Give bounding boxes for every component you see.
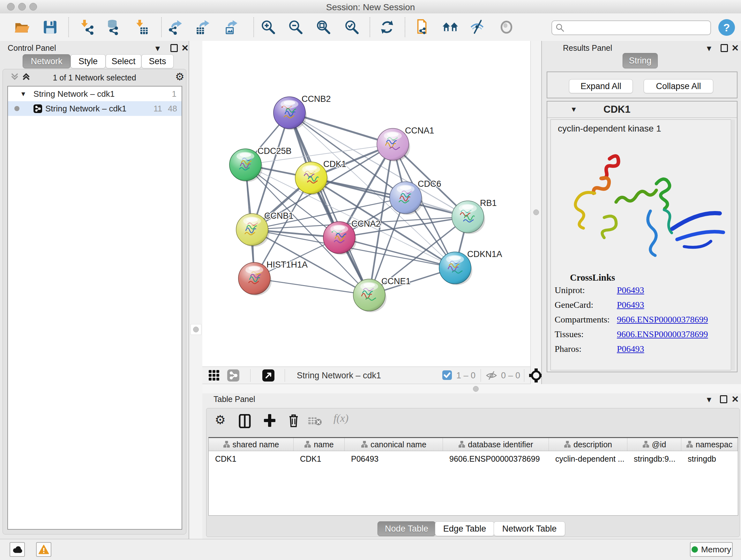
column-header-canonical-name[interactable]: canonical name [345,438,443,451]
right-splitter-handle[interactable] [533,209,539,215]
table-cell: 9606.ENSP00000378699 [443,451,549,466]
network-thumbnail-icon[interactable] [227,369,239,381]
cloud-icon[interactable] [10,542,25,557]
control-panel-close-icon[interactable]: ✕ [181,43,189,53]
string-network-icon [33,105,42,113]
export-image-icon[interactable] [222,18,240,36]
zoom-selected-icon[interactable] [343,18,360,36]
first-neighbors-icon[interactable] [442,18,460,36]
tab-network[interactable]: Network [23,54,71,68]
grid-view-icon[interactable] [208,369,220,381]
node-label: CDC6 [418,179,441,189]
column-header--id[interactable]: @id [627,438,681,451]
save-session-icon[interactable] [41,18,59,36]
zoom-out-icon[interactable] [286,18,305,36]
show-all-eye-icon[interactable] [497,18,515,36]
import-table-file-icon[interactable] [133,18,151,36]
new-network-from-selection-icon[interactable] [412,18,430,36]
gene-section-header[interactable]: ▼ CDK1 [547,102,737,118]
search-field[interactable] [551,20,711,35]
column-header-database-identifier[interactable]: database identifier [443,438,549,451]
tree-expander-icon[interactable]: ▼ [20,90,26,98]
open-in-window-icon[interactable] [262,369,274,381]
import-network-database-icon[interactable] [104,18,122,36]
tab-node-table[interactable]: Node Table [378,521,435,536]
crosslink-link[interactable]: P06493 [617,300,644,310]
tab-string[interactable]: String [623,53,658,68]
crosslink-link[interactable]: P06493 [617,285,644,295]
hidden-eye-slash-icon [486,370,497,381]
network-view-canvas[interactable]: CCNB2CCNA1CDC25BCDK1CDC6RB1CCNB1CCNA2CDK… [202,41,530,367]
zoom-fit-icon[interactable] [314,18,332,36]
table-panel-float-icon[interactable] [720,395,727,405]
birds-eye-crosshair-icon[interactable] [529,368,543,382]
tab-style[interactable]: Style [71,54,106,68]
table-gear-icon[interactable]: ⚙ [215,413,226,427]
table-panel-collapse-icon[interactable]: ▼ [705,395,713,404]
refresh-icon[interactable] [378,18,396,36]
node-label: HIST1H1A [266,260,308,269]
table-panel-close-icon[interactable]: ✕ [731,394,739,405]
node-label: CCNB2 [301,94,331,104]
hide-selected-eye-slash-icon[interactable] [469,18,487,36]
selected-checkbox-icon[interactable] [442,370,452,380]
column-header-description[interactable]: description [549,438,627,451]
network-view-footer: String Network – cdk1 1 – 0 0 – 0 [202,367,530,384]
footer-divider [285,369,285,382]
left-splitter[interactable] [189,41,202,539]
section-expander-icon[interactable]: ▼ [570,105,577,114]
string-network-graph[interactable]: CCNB2CCNA1CDC25BCDK1CDC6RB1CCNB1CCNA2CDK… [202,41,530,367]
collection-count: 1 [172,89,177,99]
table-header-row[interactable]: shared namenamecanonical namedatabase id… [209,438,738,451]
tab-edge-table[interactable]: Edge Table [435,521,494,536]
help-icon[interactable]: ? [718,19,735,36]
column-header-shared-name[interactable]: shared name [209,438,293,451]
left-splitter-handle[interactable] [191,324,201,335]
results-panel-collapse-icon[interactable]: ▼ [705,44,713,53]
delete-column-trash-icon[interactable] [287,414,300,428]
export-table-icon[interactable] [194,18,212,36]
open-session-icon[interactable] [13,18,30,36]
crosslink-link[interactable]: P06493 [617,344,644,354]
tab-select[interactable]: Select [106,54,141,68]
search-input[interactable] [565,23,711,33]
network-list-card: 1 of 1 Network selected ⚙ ▼ String Netwo… [3,69,186,535]
tab-sets[interactable]: Sets [141,54,174,68]
show-columns-icon[interactable] [239,414,251,428]
expand-all-button[interactable]: Expand All [569,79,633,93]
results-vertical-scrollbar[interactable] [731,119,735,370]
results-panel-close-icon[interactable]: ✕ [731,43,739,53]
node-table[interactable]: shared namenamecanonical namedatabase id… [208,437,738,516]
zoom-in-icon[interactable] [259,18,277,36]
memory-label: Memory [701,545,731,555]
create-column-icon[interactable] [263,414,276,428]
network-tree-root-row[interactable]: ▼ String Network – cdk1 1 [8,86,182,101]
network-edge[interactable] [254,278,369,295]
crosslink-link[interactable]: 9606.ENSP00000378699 [617,314,708,324]
tab-network-table[interactable]: Network Table [494,521,565,536]
column-header-name[interactable]: name [293,438,345,451]
import-network-file-icon[interactable] [77,18,95,36]
collapse-all-button[interactable]: Collapse All [644,79,713,93]
table-row[interactable]: CDK1CDK1P064939606.ENSP00000378699cyclin… [209,451,738,466]
control-panel-float-icon[interactable] [171,44,178,53]
results-panel-float-icon[interactable] [721,44,728,53]
protein-structure-image [560,138,726,266]
horizontal-splitter-handle[interactable] [473,386,479,392]
results-actions-box: Expand All Collapse All [547,71,738,98]
crosslink-link[interactable]: 9606.ENSP00000378699 [617,329,708,339]
export-network-icon[interactable] [166,18,184,36]
right-splitter[interactable] [530,41,542,384]
delete-table-icon[interactable] [308,416,322,426]
column-header-namespac[interactable]: namespac [681,438,738,451]
control-panel-collapse-icon[interactable]: ▼ [154,44,161,53]
warning-icon[interactable] [36,542,51,557]
table-cell: CDK1 [293,451,345,466]
network-options-gear-icon[interactable]: ⚙ [175,71,185,83]
function-builder-icon[interactable]: f(x) [333,412,348,424]
footer-divider [524,369,524,382]
network-tree-child-row[interactable]: String Network – cdk1 11 48 [8,101,182,116]
horizontal-splitter[interactable] [202,384,741,393]
memory-button[interactable]: Memory [690,542,733,557]
title-bar: Session: New Session [0,0,741,14]
